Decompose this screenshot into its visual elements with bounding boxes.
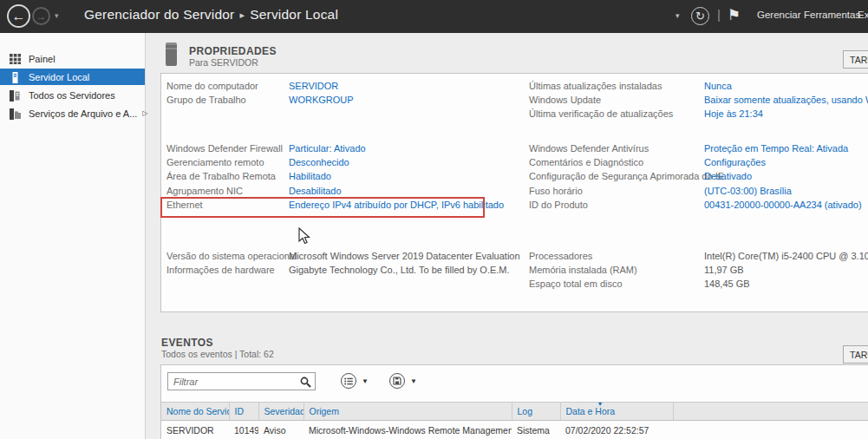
sort-indicator-icon: ▼ [597,403,604,408]
properties-server-icon [166,43,177,66]
property-label: Windows Update [529,95,704,105]
property-value-link[interactable]: Desativado [704,171,752,181]
property-label: Versão do sistema operacional [166,251,289,261]
event-cell: Sistema [512,421,560,439]
property-row: Grupo de TrabalhoWORKGROUP [166,95,527,108]
sidebar-item-servicos-de-arquivo[interactable]: Serviços de Arquivo e A... ▷ [0,105,145,121]
property-row: Comentários e DiagnósticoConfigurações [529,157,868,171]
back-button[interactable]: ← [7,4,30,28]
property-value-link[interactable]: Baixar somente atualizações, usando Wind… [704,95,868,105]
property-label: Grupo de Trabalho [166,95,289,105]
refresh-icon: ↻ [695,10,705,23]
breadcrumb: Gerenciador do Servidor▸Servidor Local [84,7,338,23]
events-panel: ▼ ▼ Nome do ServidorIDSeveridadeOrigemLo… [160,364,868,439]
property-value-link[interactable]: SERVIDOR [289,81,338,91]
property-value-link[interactable]: 00431-20000-00000-AA234 (ativado) [704,200,862,210]
event-cell: Aviso [258,421,303,439]
breadcrumb-current: Servidor Local [250,7,338,22]
caret-down-icon: ▼ [362,377,369,385]
column-header-id[interactable]: ID [229,403,258,421]
column-header-log[interactable]: Log [512,403,560,421]
column-header-nome-do-servidor[interactable]: Nome do Servidor [161,403,229,421]
property-value: 148,45 GB [704,278,750,289]
property-label: ID do Produto [529,200,704,210]
property-row: Área de Trabalho RemotaHabilitado [166,171,527,185]
server-manager-window: ← → ▾ Gerenciador do Servidor▸Servidor L… [0,0,868,439]
properties-right-column: Últimas atualizações instaladasNuncaWind… [529,74,868,311]
sidebar-item-servidor-local[interactable]: Servidor Local [0,69,145,85]
property-row: Gerenciamento remotoDesconhecido [166,157,527,171]
property-label: Área de Trabalho Remota [166,171,289,181]
property-row: Últimas atualizações instaladasNunca [529,81,868,95]
breadcrumb-root[interactable]: Gerenciador do Servidor [84,7,234,22]
events-tasks-button[interactable]: TAREFAS ▾ [843,345,868,364]
property-value: Intel(R) Core(TM) i5-2400 CPU @ 3.10GHz [704,251,868,261]
property-value: 11,97 GB [704,265,744,275]
column-header-severidade[interactable]: Severidade [258,403,303,421]
property-label: Informações de hardware [166,265,289,275]
property-row: Nome do computadorSERVIDOR [166,81,527,95]
expand-chevron-icon[interactable]: ▷ [142,109,147,117]
events-table-header: Nome do ServidorIDSeveridadeOrigemLogDat… [161,403,868,421]
property-value-link[interactable]: Endereço IPv4 atribuído por DHCP, IPv6 h… [289,200,504,210]
titlebar-divider: | [717,7,721,22]
event-cell: 07/02/2020 22:52:57 [560,421,673,439]
column-header-data-e-hora[interactable]: Data e Hora▼ [560,403,673,421]
property-value: Gigabyte Technology Co., Ltd. To be fill… [289,265,510,275]
property-group: Windows Defender FirewallParticular: Ati… [166,143,527,213]
property-value: Microsoft Windows Server 2019 Datacenter… [289,251,520,261]
property-value-link[interactable]: Proteção em Tempo Real: Ativada [704,143,848,154]
property-value-link[interactable]: (UTC-03:00) Brasília [704,186,792,196]
property-label: Fuso horário [529,186,704,196]
property-label: Processadores [529,251,704,261]
event-row[interactable]: SERVIDOR10149AvisoMicrosoft-Windows-Wind… [161,421,868,439]
sidebar-item-painel[interactable]: Painel [0,50,145,67]
property-label: Agrupamento NIC [166,186,289,196]
filter-input[interactable] [167,372,316,390]
search-icon[interactable] [300,376,311,391]
menu-exibir[interactable]: Exibir [858,10,868,20]
property-label: Nome do computador [166,81,289,91]
query-list-icon [341,373,356,389]
tasks-label: TAREFAS [850,350,868,360]
property-value-link[interactable]: Habilitado [289,171,331,181]
nav-dropdown-caret-icon[interactable]: ▾ [55,11,59,20]
refresh-button[interactable]: ↻ [691,7,709,25]
file-storage-services-icon [10,108,21,119]
forward-button[interactable]: → [32,7,50,25]
property-value-link[interactable]: WORKGROUP [289,95,354,105]
save-query-button[interactable]: ▼ [389,373,417,389]
property-value-link[interactable]: Desconhecido [289,157,349,167]
column-header-origem[interactable]: Origem [303,403,512,421]
property-label: Gerenciamento remoto [166,157,289,167]
property-row: Agrupamento NICDesabilitado [166,186,527,200]
property-group: Versão do sistema operacionalMicrosoft W… [166,251,527,278]
event-cell: 10149 [229,421,258,439]
property-value-link[interactable]: Particular: Ativado [289,143,366,154]
events-subtitle: Todos os eventos | Total: 62 [161,349,274,359]
menu-ferramentas[interactable]: Ferramentas [804,10,860,20]
property-row: Versão do sistema operacionalMicrosoft W… [166,251,527,265]
back-arrow-icon: ← [12,9,26,24]
property-value-link[interactable]: Desabilitado [289,186,342,196]
caret-down-icon: ▼ [410,377,417,385]
property-label: Comentários e Diagnóstico [529,157,704,167]
property-label: Ethernet [166,200,289,210]
menu-gerenciar[interactable]: Gerenciar [757,10,801,20]
property-row: Windows Defender AntivírusProteção em Te… [529,143,868,157]
query-list-button[interactable]: ▼ [341,373,369,389]
notifications-flag-icon[interactable]: ⚑ [728,6,741,24]
event-cell: SERVIDOR [161,421,229,439]
property-value-link[interactable]: Nunca [704,81,732,91]
properties-tasks-button[interactable]: TAREFAS ▾ [843,50,868,69]
property-group: ProcessadoresIntel(R) Core(TM) i5-2400 C… [529,251,868,293]
property-row: Espaço total em disco148,45 GB [529,278,868,292]
property-group: Nome do computadorSERVIDORGrupo de Traba… [166,81,527,108]
notifications-dropdown-caret-icon[interactable]: ▾ [675,11,680,20]
sidebar-item-todos-os-servidores[interactable]: Todos os Servidores [0,87,145,103]
property-group: Windows Defender AntivírusProteção em Te… [529,143,868,213]
property-row: Fuso horário(UTC-03:00) Brasília [529,186,868,200]
property-row: Windows UpdateBaixar somente atualizaçõe… [529,95,868,108]
property-value-link[interactable]: Hoje às 21:34 [704,108,763,119]
property-value-link[interactable]: Configurações [704,157,766,167]
